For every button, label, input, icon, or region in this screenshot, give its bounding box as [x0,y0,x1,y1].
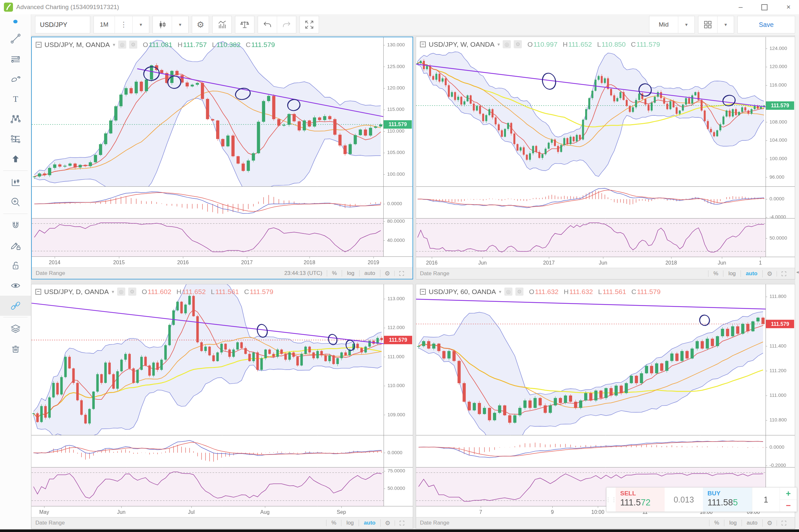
save-button[interactable]: Save [738,16,795,33]
chart-settings-icon[interactable]: ⚙ [514,40,522,48]
magnet-icon [10,220,21,231]
chevron-down-icon[interactable]: ▾ [113,42,115,48]
indicators-button[interactable] [213,16,231,33]
layout-button[interactable] [698,16,717,33]
sell-button[interactable]: SELL 111.572 [616,488,665,512]
log-scale-button[interactable]: log [341,520,359,526]
chevron-down-icon[interactable]: ▾ [499,289,502,295]
chart-panel-monthly[interactable]: USD/JPY, M, OANDA ▾ ◎ ⚙ O111.081 H111.75… [31,37,413,280]
chart-title[interactable]: USD/JPY, W, OANDA [429,40,495,48]
collapse-chart-icon[interactable] [420,41,426,48]
percent-scale-button[interactable]: % [326,520,341,526]
fullscreen-button[interactable] [300,16,319,33]
auto-scale-button[interactable]: auto [742,520,762,526]
chart-canvas-weekly[interactable] [416,37,795,268]
hotlist-icon[interactable]: ◎ [117,288,125,296]
chart-panel-weekly[interactable]: USD/JPY, W, OANDA ▾ ◎ ⚙ O110.997 H111.65… [416,37,795,280]
scales-icon [240,20,250,30]
log-scale-button[interactable]: log [723,270,741,277]
expand-icon[interactable] [394,271,408,276]
collapse-chart-icon[interactable] [420,289,426,295]
close-icon[interactable]: × [786,3,791,11]
layout-caret-icon[interactable]: ▾ [717,16,734,33]
tool-unlock[interactable] [0,255,31,276]
tool-trend-line[interactable] [0,28,31,49]
log-scale-button[interactable]: log [342,270,359,277]
chevron-down-icon[interactable]: ▾ [112,289,114,295]
date-range-button[interactable]: Date Range [35,520,65,526]
tool-fib-levels[interactable] [0,129,31,149]
symbol-input[interactable]: USD/JPY [35,16,90,33]
collapse-chart-icon[interactable] [35,289,41,295]
hotlist-icon[interactable]: ◎ [504,288,512,296]
right-scrollbar[interactable] [795,35,799,529]
timeframe-caret-icon[interactable]: ▾ [132,16,149,33]
price-mode-select[interactable]: Mid [649,16,678,33]
chart-title[interactable]: USD/JPY, D, OANDA [44,288,109,296]
collapse-chart-icon[interactable] [36,42,41,48]
panel-collapse-arrow-icon[interactable]: ◂ [796,269,799,275]
timeframe-menu-icon[interactable]: ⋮ [114,16,132,33]
chart-settings-icon[interactable]: ⚙ [129,40,137,49]
auto-scale-button[interactable]: auto [359,520,380,526]
date-range-button[interactable]: Date Range [420,270,450,277]
chart-settings-icon[interactable]: ⚙ [515,288,524,296]
auto-scale-button[interactable]: auto [359,270,380,277]
tool-text[interactable]: T [0,89,31,109]
tool-magnet[interactable] [0,215,31,235]
gear-icon[interactable]: ⚙ [380,519,395,527]
settings-button[interactable]: ⚙ [192,16,209,33]
expand-icon[interactable] [395,520,409,526]
sidebar-divider [3,317,28,317]
quantity-field[interactable]: 1 [752,488,780,512]
ohlc-readout: O111.632 H111.632 L111.561 C111.579 [529,288,661,296]
chart-settings-icon[interactable]: ⚙ [128,288,136,296]
tool-freehand-draw[interactable] [0,69,31,89]
tool-visibility[interactable] [0,276,31,296]
chart-type-button[interactable] [153,16,172,33]
hotlist-icon[interactable]: ◎ [503,40,511,48]
tool-parallel-lines[interactable] [0,49,31,69]
drag-handle[interactable]: ⋮⋮ [606,488,616,512]
price-mode-caret-icon[interactable]: ▾ [678,16,694,33]
undo-button[interactable] [258,16,277,33]
hotlist-icon[interactable]: ◎ [118,40,126,49]
tool-link-charts[interactable] [0,296,31,316]
gear-icon[interactable]: ⚙ [380,270,394,277]
quantity-decrease-button[interactable]: − [780,500,797,512]
tool-draw-lock[interactable] [0,235,31,255]
percent-scale-button[interactable]: % [709,520,724,526]
tool-arrow-marker[interactable] [0,149,31,169]
tool-trash[interactable] [0,339,31,359]
chart-panel-daily[interactable]: USD/JPY, D, OANDA ▾ ◎ ⚙ O111.602 H111.65… [31,284,413,529]
timeframe-button[interactable]: 1M [94,16,114,33]
date-range-button[interactable]: Date Range [36,270,65,277]
tool-bar-forecast[interactable] [0,172,31,192]
tool-pattern[interactable] [0,109,31,129]
expand-icon[interactable] [777,520,791,526]
chart-canvas-daily[interactable] [32,284,413,517]
percent-scale-button[interactable]: % [708,270,723,277]
date-range-button[interactable]: Date Range [420,520,450,526]
chart-canvas-60min[interactable] [416,284,795,517]
minimize-icon[interactable]: – [739,3,743,11]
buy-button[interactable]: BUY 111.585 [703,488,752,512]
log-scale-button[interactable]: log [724,520,742,526]
expand-icon[interactable] [777,271,791,277]
tool-zoom-in[interactable] [0,192,31,212]
percent-scale-button[interactable]: % [327,270,342,277]
chevron-down-icon[interactable]: ▾ [497,41,500,48]
chart-title[interactable]: USD/JPY, M, OANDA [44,41,110,49]
chart-title[interactable]: USD/JPY, 60, OANDA [429,288,496,296]
redo-button[interactable] [277,16,296,33]
tool-layers[interactable] [0,319,31,339]
unlock-icon [10,260,21,271]
quantity-increase-button[interactable]: + [780,488,797,500]
gear-icon[interactable]: ⚙ [762,270,777,278]
chart-type-caret-icon[interactable]: ▾ [172,16,188,33]
gear-icon[interactable]: ⚙ [762,519,777,527]
auto-scale-button[interactable]: auto [741,270,762,277]
maximize-icon[interactable] [761,4,767,11]
compare-button[interactable] [235,16,254,33]
chart-canvas-monthly[interactable] [32,37,413,267]
